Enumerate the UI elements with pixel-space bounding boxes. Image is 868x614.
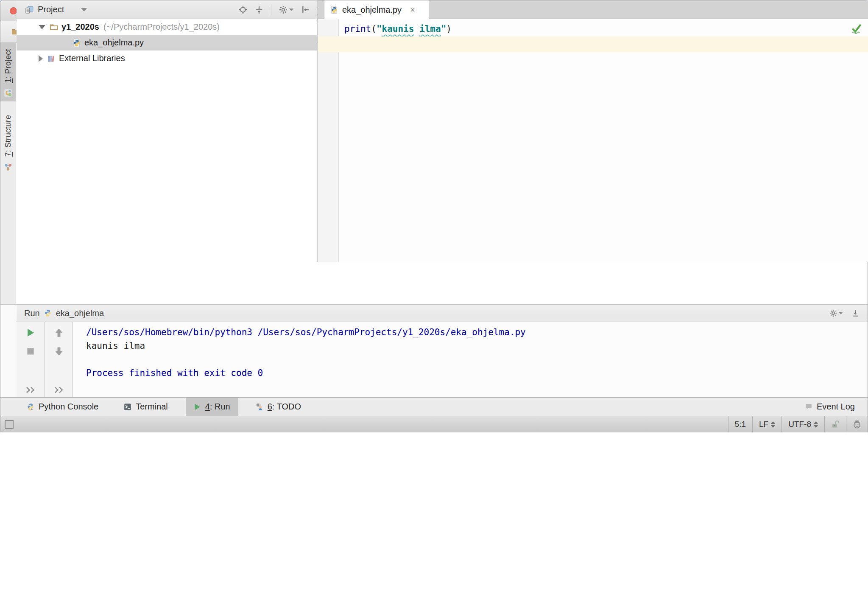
project-view-select[interactable]: Project [25, 5, 94, 14]
editor-area: eka_ohjelma.py × print("kaunis ilma") [318, 0, 868, 262]
up-stack-trace-icon[interactable] [54, 328, 64, 337]
tool-button-label: 4: Run [205, 402, 230, 412]
console-exit-line: Process finished with exit code 0 [86, 366, 868, 380]
python-file-icon [330, 6, 338, 14]
structure-icon [4, 163, 12, 171]
readonly-toggle[interactable] [824, 416, 846, 432]
run-panel-body: /Users/sos/Homebrew/bin/python3 /Users/s… [17, 322, 868, 397]
run-tool-icon [193, 403, 201, 411]
project-panel-header: Project [17, 0, 317, 19]
hide-panel-icon[interactable] [301, 6, 310, 14]
close-tab-icon[interactable]: × [410, 5, 415, 15]
line-separator-widget[interactable]: LF [752, 416, 781, 432]
editor-gutter[interactable] [318, 20, 339, 262]
run-panel-header[interactable]: Run eka_ohjelma [17, 305, 868, 322]
project-tool-icon [4, 89, 12, 97]
project-header-label: Project [38, 5, 64, 14]
tool-tab-project-label: 1: Project [3, 49, 13, 83]
gear-icon [829, 309, 837, 317]
more-actions-icon[interactable] [25, 386, 36, 394]
tool-tab-structure[interactable]: 7: Structure [0, 109, 16, 175]
file-encoding-widget[interactable]: UTF-8 [781, 416, 824, 432]
tree-label: y1_2020s [61, 22, 99, 32]
caret-position-value: 5:1 [735, 420, 746, 429]
status-bar: 5:1 LF UTF-8 [0, 416, 868, 432]
chevron-down-icon [839, 312, 843, 314]
tool-window-quick-access-icon[interactable] [5, 420, 14, 429]
run-toolbar-left [17, 322, 45, 397]
event-log-bubble-icon [805, 403, 812, 411]
terminal-icon [124, 403, 131, 411]
tool-tab-structure-label: 7: Structure [3, 115, 13, 157]
line-separator-value: LF [759, 420, 768, 429]
screenshot-root: PyCharm File Edit View Navigate Code Ref… [0, 0, 868, 614]
inspections-ok-icon[interactable] [851, 23, 862, 34]
unlock-icon [831, 420, 840, 429]
locate-file-icon[interactable] [239, 6, 247, 14]
tree-row-external-libraries[interactable]: External Libraries [17, 50, 317, 66]
run-settings-button[interactable] [829, 309, 843, 317]
tool-button-label: 6: TODO [268, 402, 301, 412]
rerun-button[interactable] [26, 328, 35, 337]
spinner-arrows-icon [771, 421, 775, 428]
collapse-all-icon[interactable] [255, 6, 263, 14]
tree-row-project-root[interactable]: y1_2020s (~/PycharmProjects/y1_2020s) [17, 19, 317, 35]
expanded-arrow-icon[interactable] [39, 25, 45, 29]
pycharm-window: eka_ohjelma.py - y1_2020s - [~/PycharmPr… [0, 0, 868, 432]
folder-icon [50, 23, 58, 31]
console-command-line: /Users/sos/Homebrew/bin/python3 /Users/s… [86, 325, 868, 339]
tool-button-run[interactable]: 4: Run [186, 398, 238, 416]
code-editor[interactable]: print("kaunis ilma") [318, 20, 868, 262]
chevron-down-icon [81, 8, 87, 11]
panel-settings-button[interactable] [279, 6, 293, 14]
code-string-typo: ilma [419, 24, 441, 34]
chevron-down-icon [289, 8, 293, 11]
tab-eka-ohjelma[interactable]: eka_ohjelma.py × [324, 0, 429, 19]
tool-button-label: Python Console [39, 402, 98, 412]
tool-button-todo[interactable]: 6: TODO [248, 398, 309, 416]
down-stack-trace-icon[interactable] [54, 347, 64, 356]
project-view-icon [25, 6, 33, 14]
console-stdout-line: kaunis ilma [86, 339, 868, 353]
run-toolbar-navigation [45, 322, 73, 397]
hide-panel-down-icon[interactable] [851, 309, 859, 317]
run-config-label: eka_ohjelma [56, 308, 104, 318]
tool-button-python-console[interactable]: Python Console [19, 398, 106, 416]
tool-button-label: Terminal [136, 402, 168, 412]
code-string-typo: kaunis [382, 24, 414, 34]
spinner-arrows-icon [814, 421, 818, 428]
highlighting-level-button[interactable] [846, 416, 868, 432]
tool-button-terminal[interactable]: Terminal [116, 398, 176, 416]
stop-button[interactable] [26, 347, 35, 356]
run-panel-title: Run [24, 308, 40, 318]
todo-icon [256, 403, 263, 411]
code-keyword: print [344, 24, 371, 34]
tree-label: External Libraries [59, 53, 125, 63]
python-console-icon [27, 403, 34, 411]
event-log-button[interactable]: Event Log [805, 402, 855, 412]
console-output[interactable]: /Users/sos/Homebrew/bin/python3 /Users/s… [73, 322, 868, 397]
project-panel: Project y1_2020 [17, 0, 318, 262]
more-actions-icon[interactable] [53, 386, 64, 394]
gear-icon [279, 6, 287, 14]
tool-window-bar: Python Console Terminal 4: Run 6: TODO E… [0, 397, 868, 416]
libraries-icon [47, 54, 56, 63]
toolbar-separator [271, 4, 271, 15]
console-blank-line [86, 353, 868, 366]
event-log-label: Event Log [817, 402, 855, 412]
hector-inspector-icon [853, 420, 861, 429]
tree-row-file-selected[interactable]: eka_ohjelma.py [17, 35, 317, 50]
python-file-icon [73, 39, 81, 47]
file-encoding-value: UTF-8 [788, 420, 811, 429]
tool-tab-project[interactable]: 1: Project [0, 43, 16, 101]
code-line-1: print("kaunis ilma") [318, 21, 868, 36]
editor-tab-bar: eka_ohjelma.py × [318, 0, 868, 19]
caret-position-widget[interactable]: 5:1 [728, 416, 752, 432]
collapsed-arrow-icon[interactable] [39, 55, 43, 62]
run-tool-window: Run eka_ohjelma [0, 304, 868, 397]
project-tree: y1_2020s (~/PycharmProjects/y1_2020s) ek… [17, 19, 317, 66]
python-logo-icon [44, 309, 52, 317]
tree-label: eka_ohjelma.py [84, 38, 144, 48]
tab-label: eka_ohjelma.py [342, 5, 402, 15]
code-line-2-current [318, 36, 868, 52]
